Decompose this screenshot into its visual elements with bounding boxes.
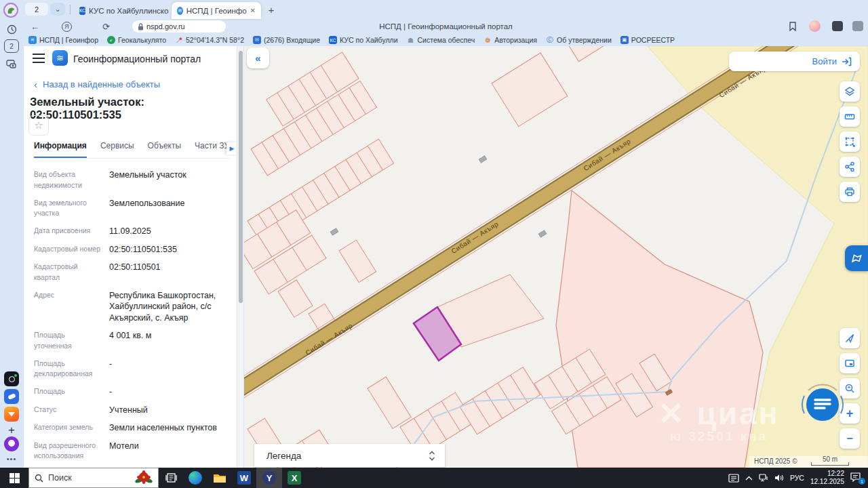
app-disk-icon[interactable] — [4, 389, 19, 404]
bookmark-item[interactable]: ≋НСПД | Геоинфор — [28, 36, 98, 44]
zoom-out-button[interactable]: − — [840, 428, 860, 449]
notification-center-button[interactable]: 1 — [850, 472, 864, 483]
address-pill[interactable]: nspd.gov.ru — [132, 20, 226, 33]
yandex-icon: Y — [262, 471, 276, 485]
print-button[interactable] — [840, 182, 860, 202]
feedback-sticker-button[interactable] — [845, 245, 868, 271]
paw-icon: ❁ — [484, 36, 492, 44]
bookmark-item[interactable]: ⒸОб утверждении — [546, 36, 612, 44]
network-icon[interactable] — [759, 474, 768, 482]
layers-button[interactable] — [840, 81, 860, 102]
chevron-left-icon: ‹ — [34, 79, 37, 90]
tray-window-icon[interactable] — [728, 474, 739, 483]
tab-services[interactable]: Сервисы — [100, 141, 134, 158]
lock-icon — [138, 23, 144, 30]
field-row: Площадь уточненная4 001 кв. м — [24, 330, 237, 352]
bookmark-item[interactable]: ☗Система обеспеч — [407, 36, 475, 44]
app-mail-icon[interactable] — [4, 407, 19, 422]
panel-tabs: Информация Сервисы Объекты Части ЗУ Сост… — [34, 141, 231, 159]
bookmark-flag-icon[interactable] — [789, 22, 797, 31]
task-view-icon — [165, 473, 177, 483]
search-icon — [35, 474, 43, 483]
tab-kus[interactable]: КС КУС по Хайбуллинскому р — [74, 2, 169, 19]
collections-icon[interactable] — [832, 21, 843, 31]
tabs-scroll-right-icon[interactable]: ▶ — [226, 142, 237, 155]
support-chat-button[interactable] — [799, 381, 846, 428]
language-indicator[interactable]: РУС — [790, 474, 804, 482]
excel-button[interactable]: X — [282, 468, 307, 488]
app-messenger-icon[interactable] — [4, 371, 19, 386]
panel-scrollbar[interactable] — [237, 46, 243, 468]
info-icon: Ⓒ — [546, 36, 554, 44]
field-row: СтатусУчтенный — [24, 405, 237, 416]
edge-icon — [189, 471, 202, 485]
profile-avatar[interactable] — [809, 20, 821, 32]
add-app-icon[interactable]: + — [4, 423, 19, 438]
favorite-star-button[interactable]: ☆ — [28, 115, 49, 136]
globe-icon: ◐ — [107, 36, 115, 44]
taskbar-search-box[interactable]: Поиск — [28, 468, 159, 488]
clock[interactable]: 12:22 12.12.2025 — [810, 470, 844, 487]
clock-date: 12.12.2025 — [810, 478, 844, 487]
tab-label: НСПД | Геоинформаци — [186, 7, 247, 15]
task-view-button[interactable] — [159, 468, 183, 488]
share-button[interactable] — [840, 157, 860, 177]
field-row: АдресРеспублика Башкортостан, Хайбуллинс… — [24, 290, 237, 324]
close-tab-icon[interactable]: ✕ — [250, 7, 256, 14]
parcel-info-panel: ≋ Геоинформационный портал ‹ Назад в най… — [24, 46, 237, 468]
field-row: Кадастровый квартал02:50:110501 — [24, 262, 237, 283]
tab-information[interactable]: Информация — [34, 141, 87, 158]
bookmark-item[interactable]: ◐Геокалькулято — [107, 36, 166, 44]
map-canvas[interactable]: Сибай — Акъяр Сибай — Акъяр Сибай — Акъя… — [244, 46, 868, 468]
field-row: Кадастровый номер02:50:110501:535 — [24, 244, 237, 256]
start-button[interactable] — [0, 468, 28, 488]
field-row: Дата присвоения11.09.2025 — [24, 226, 237, 237]
back-link[interactable]: ‹ Назад в найденные объекты — [34, 79, 160, 90]
bookmark-item[interactable]: 📍︎52°04'14.3"N 58°2 — [175, 36, 244, 44]
scale-bar — [811, 462, 849, 466]
back-icon[interactable]: ← — [31, 22, 39, 32]
history-icon[interactable] — [4, 22, 19, 37]
legend-label: Легенда — [267, 451, 301, 461]
minimap-button[interactable] — [840, 353, 860, 373]
edge-button[interactable] — [183, 468, 208, 488]
yandex-button-icon[interactable]: Я — [62, 22, 72, 32]
new-tab-button[interactable]: + — [265, 3, 277, 16]
file-explorer-button[interactable] — [208, 468, 232, 488]
scrollbar-thumb[interactable] — [239, 51, 243, 303]
collapse-panel-button[interactable]: « — [247, 47, 269, 68]
bookmark-item[interactable]: КСКУС по Хайбулли — [329, 36, 397, 44]
yandex-browser-button[interactable]: Y — [256, 468, 282, 488]
screenshot-icon[interactable] — [4, 57, 19, 72]
hamburger-menu-icon[interactable] — [33, 54, 45, 63]
windows-taskbar: Поиск W Y X РУС 12:22 12.12.2025 — [0, 468, 868, 488]
login-button[interactable]: Войти — [729, 52, 860, 71]
bookmark-item[interactable]: ✉(2676) Входящие — [253, 36, 320, 44]
bookmark-item[interactable]: ❁Авторизация — [484, 36, 537, 44]
share-icon — [844, 161, 855, 172]
legend-dropdown[interactable]: Легенда — [254, 444, 445, 467]
bitrix-icon: КС — [79, 7, 85, 15]
word-button[interactable]: W — [232, 468, 256, 488]
more-apps-icon[interactable]: ••• — [4, 451, 19, 466]
tab-group-chip[interactable]: 2 — [25, 3, 48, 16]
ruler-button[interactable] — [840, 106, 860, 127]
field-row: Категория земельЗемли населенных пунктов — [24, 422, 237, 434]
downloads-icon[interactable] — [852, 21, 863, 31]
tab-separator — [70, 5, 71, 14]
bookmark-item[interactable]: ▣РОСРЕЕСТР — [620, 36, 675, 44]
tab-group-chevron[interactable]: ⌄ — [50, 3, 65, 16]
alice-assistant-icon[interactable] — [4, 436, 19, 451]
tab-nspd-active[interactable]: ≋ НСПД | Геоинформаци ✕ — [172, 2, 261, 19]
tab-objects[interactable]: Объекты — [148, 141, 182, 158]
tray-expand-chevron-icon[interactable] — [745, 476, 753, 481]
profile-dino-avatar[interactable] — [3, 3, 18, 18]
nspd-icon: ≋ — [28, 36, 37, 44]
select-area-button[interactable] — [840, 131, 860, 152]
volume-icon[interactable] — [774, 474, 784, 482]
tabs-counter[interactable]: 2 — [4, 39, 19, 53]
reload-icon[interactable]: ⟳ — [102, 22, 110, 32]
geolocation-button[interactable] — [840, 328, 860, 348]
tab-parts[interactable]: Части ЗУ — [195, 141, 229, 158]
system-tray: РУС 12:22 12.12.2025 1 — [728, 468, 868, 488]
